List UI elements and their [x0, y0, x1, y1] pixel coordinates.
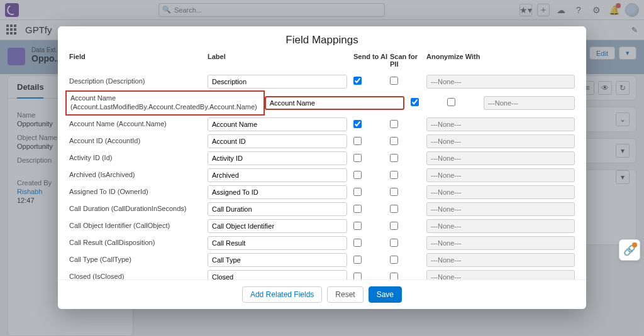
col-label-header: Label — [208, 53, 353, 68]
anonymize-select[interactable] — [426, 151, 575, 165]
send-to-ai-checkbox[interactable] — [353, 137, 362, 145]
anonymize-select[interactable] — [426, 134, 575, 148]
table-row: Assigned To ID (OwnerId) — [69, 184, 575, 201]
send-to-ai-checkbox[interactable] — [353, 77, 362, 85]
field-mappings-modal: Field Mappings Field Label Send to AI Sc… — [58, 26, 586, 309]
label-input[interactable] — [208, 253, 347, 267]
scan-pii-checkbox[interactable] — [390, 137, 398, 145]
save-button[interactable]: Save — [369, 286, 402, 303]
field-api-name: Activity ID (Id) — [69, 154, 208, 163]
field-api-name: Description (Description) — [69, 77, 208, 86]
table-row: Call Duration (CallDurationInSeconds) — [69, 201, 575, 218]
label-input[interactable] — [265, 96, 404, 110]
anonymize-select[interactable] — [426, 185, 575, 199]
label-input[interactable] — [208, 134, 347, 148]
table-row: Activity ID (Id) — [69, 150, 575, 167]
anonymize-select[interactable] — [426, 75, 575, 89]
table-header: Field Label Send to AI Scan for PII Anon… — [58, 53, 586, 73]
send-to-ai-checkbox[interactable] — [353, 222, 362, 230]
anonymize-select[interactable] — [484, 96, 575, 110]
anonymize-select[interactable] — [426, 117, 575, 131]
anonymize-select[interactable] — [426, 202, 575, 216]
scan-pii-checkbox[interactable] — [390, 273, 398, 280]
table-row: Account ID (AccountId) — [69, 133, 575, 150]
anonymize-select[interactable] — [426, 236, 575, 250]
field-api-name: Call Result (CallDisposition) — [69, 239, 208, 247]
table-row: Archived (IsArchived) — [69, 167, 575, 184]
scan-pii-checkbox[interactable] — [390, 120, 398, 128]
modal-footer: Add Related Fields Reset Save — [58, 279, 586, 309]
label-input[interactable] — [208, 202, 347, 216]
send-to-ai-checkbox[interactable] — [353, 188, 362, 196]
field-api-name: Call Object Identifier (CallObject) — [69, 222, 208, 230]
help-widget-icon[interactable]: 🔗 — [619, 239, 640, 261]
table-row: Account Name (Account.LastModifiedBy.Acc… — [69, 90, 575, 116]
anonymize-select[interactable] — [426, 270, 575, 279]
anonymize-select[interactable] — [426, 219, 575, 233]
scan-pii-checkbox[interactable] — [447, 98, 455, 106]
send-to-ai-checkbox[interactable] — [353, 273, 362, 280]
label-input[interactable] — [208, 219, 347, 233]
table-body: Description (Description)Account Name (A… — [58, 73, 586, 279]
send-to-ai-checkbox[interactable] — [353, 171, 362, 179]
label-input[interactable] — [208, 151, 347, 165]
anonymize-select[interactable] — [426, 168, 575, 182]
label-input[interactable] — [208, 236, 347, 250]
scan-pii-checkbox[interactable] — [390, 239, 398, 247]
scan-pii-checkbox[interactable] — [390, 205, 398, 213]
table-row: Closed (IsClosed) — [69, 269, 575, 280]
send-to-ai-checkbox[interactable] — [353, 120, 362, 128]
label-input[interactable] — [208, 185, 347, 199]
scan-pii-checkbox[interactable] — [390, 154, 398, 162]
modal-backdrop: Field Mappings Field Label Send to AI Sc… — [0, 0, 644, 336]
col-anon-header: Anonymize With — [426, 53, 575, 68]
add-related-fields-button[interactable]: Add Related Fields — [242, 286, 322, 303]
scan-pii-checkbox[interactable] — [390, 171, 398, 179]
label-input[interactable] — [208, 270, 347, 279]
label-input[interactable] — [208, 168, 347, 182]
send-to-ai-checkbox[interactable] — [353, 239, 362, 247]
send-to-ai-checkbox[interactable] — [353, 256, 362, 264]
reset-button[interactable]: Reset — [327, 286, 363, 303]
table-row: Call Object Identifier (CallObject) — [69, 218, 575, 235]
field-api-name: Archived (IsArchived) — [69, 171, 208, 180]
col-send-header: Send to AI — [353, 53, 390, 68]
modal-title: Field Mappings — [58, 26, 586, 53]
col-field-header: Field — [69, 53, 208, 68]
send-to-ai-checkbox[interactable] — [353, 154, 362, 162]
table-row: Call Result (CallDisposition) — [69, 235, 575, 252]
field-api-name: Account ID (AccountId) — [69, 137, 208, 146]
table-row: Call Type (CallType) — [69, 252, 575, 269]
scan-pii-checkbox[interactable] — [390, 222, 398, 230]
scan-pii-checkbox[interactable] — [390, 188, 398, 196]
field-api-name: Call Type (CallType) — [69, 256, 208, 264]
table-row: Description (Description) — [69, 73, 575, 90]
label-input[interactable] — [208, 75, 347, 89]
col-scan-header: Scan for PII — [390, 53, 426, 68]
table-row: Account Name (Account.Name) — [69, 116, 575, 133]
scan-pii-checkbox[interactable] — [390, 256, 398, 264]
field-api-name: Account Name (Account.LastModifiedBy.Acc… — [65, 90, 265, 116]
field-api-name: Account Name (Account.Name) — [69, 120, 208, 129]
field-api-name: Call Duration (CallDurationInSeconds) — [69, 205, 208, 214]
field-api-name: Assigned To ID (OwnerId) — [69, 188, 208, 197]
send-to-ai-checkbox[interactable] — [353, 205, 362, 213]
anonymize-select[interactable] — [426, 253, 575, 267]
label-input[interactable] — [208, 117, 347, 131]
scan-pii-checkbox[interactable] — [390, 77, 398, 85]
send-to-ai-checkbox[interactable] — [411, 98, 419, 106]
field-api-name: Closed (IsClosed) — [69, 273, 208, 279]
